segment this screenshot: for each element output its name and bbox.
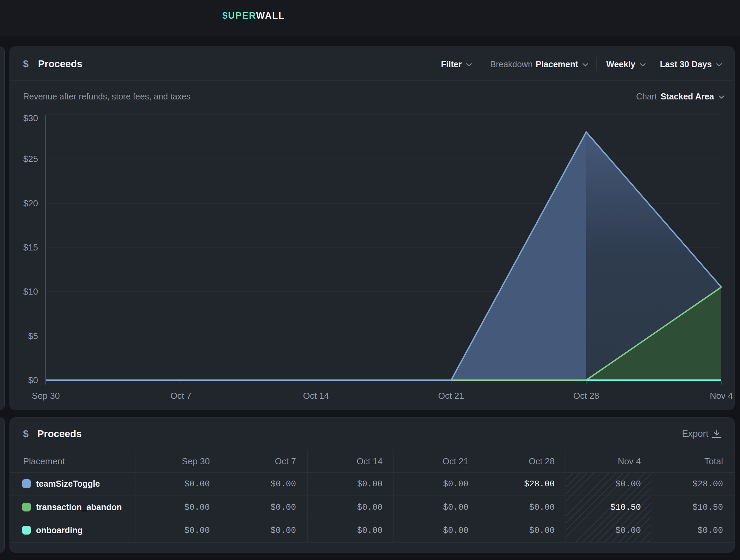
svg-text:$30: $30 bbox=[23, 113, 38, 123]
svg-text:Nov 4: Nov 4 bbox=[710, 391, 733, 401]
svg-text:Oct 7: Oct 7 bbox=[170, 391, 191, 401]
svg-text:$5: $5 bbox=[28, 331, 38, 341]
svg-text:$20: $20 bbox=[23, 198, 38, 208]
svg-text:$0: $0 bbox=[28, 375, 38, 385]
svg-text:Oct 28: Oct 28 bbox=[573, 391, 599, 401]
svg-text:Oct 21: Oct 21 bbox=[438, 391, 464, 401]
svg-text:$10: $10 bbox=[23, 286, 38, 297]
svg-text:Oct 14: Oct 14 bbox=[303, 391, 329, 401]
svg-text:$15: $15 bbox=[23, 242, 38, 253]
svg-text:$25: $25 bbox=[23, 154, 38, 164]
svg-text:Sep 30: Sep 30 bbox=[32, 391, 60, 401]
